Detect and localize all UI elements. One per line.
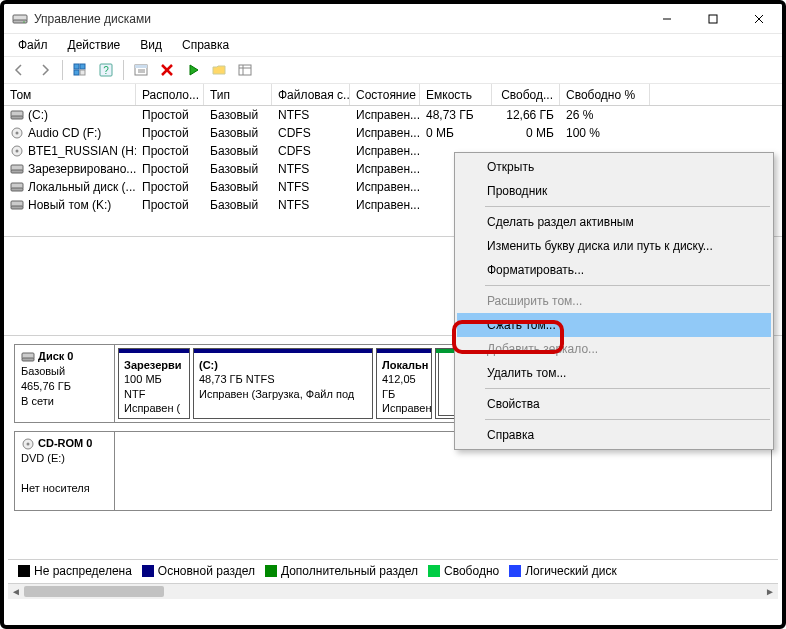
svg-rect-8 — [80, 64, 85, 69]
drive-icon — [10, 181, 24, 193]
svg-rect-1 — [13, 20, 27, 23]
table-row[interactable]: Audio CD (F:)ПростойБазовыйCDFSИсправен.… — [4, 124, 782, 142]
delete-button[interactable] — [156, 59, 178, 81]
col-capacity[interactable]: Емкость — [420, 84, 492, 105]
cell-free: 12,66 ГБ — [492, 108, 560, 122]
table-row[interactable]: (C:)ПростойБазовыйNTFSИсправен...48,73 Г… — [4, 106, 782, 124]
svg-rect-34 — [11, 206, 23, 209]
volume-name: Локальный диск (... — [28, 180, 136, 194]
settings-button[interactable] — [130, 59, 152, 81]
svg-point-38 — [27, 443, 30, 446]
cell-layout: Простой — [136, 162, 204, 176]
part-name: Локальн — [382, 359, 428, 371]
svg-rect-4 — [709, 15, 717, 23]
part-size: 48,73 ГБ NTFS — [199, 373, 275, 385]
cell-state: Исправен... — [350, 162, 420, 176]
window-title: Управление дисками — [34, 12, 644, 26]
cell-type: Базовый — [204, 180, 272, 194]
titlebar: Управление дисками — [4, 4, 782, 34]
cell-fs: CDFS — [272, 126, 350, 140]
minimize-button[interactable] — [644, 4, 690, 33]
ctx-open[interactable]: Открыть — [457, 155, 771, 179]
play-button[interactable] — [182, 59, 204, 81]
svg-rect-7 — [74, 64, 79, 69]
scroll-thumb[interactable] — [24, 586, 164, 597]
cd-icon — [10, 145, 24, 157]
col-state[interactable]: Состояние — [350, 84, 420, 105]
svg-rect-30 — [11, 170, 23, 173]
ctx-props[interactable]: Свойства — [457, 392, 771, 416]
svg-point-26 — [16, 132, 19, 135]
col-free[interactable]: Свобод... — [492, 84, 560, 105]
svg-rect-24 — [11, 116, 23, 119]
disk0-header[interactable]: Диск 0 Базовый 465,76 ГБ В сети — [15, 345, 115, 422]
cdrom-header[interactable]: CD-ROM 0 DVD (E:) Нет носителя — [15, 432, 115, 510]
disk0-size: 465,76 ГБ — [21, 380, 71, 392]
scroll-right-icon[interactable]: ► — [762, 584, 778, 600]
menu-help[interactable]: Справка — [174, 36, 237, 54]
help-button[interactable]: ? — [95, 59, 117, 81]
col-layout[interactable]: Располо... — [136, 84, 204, 105]
cell-fs: NTFS — [272, 108, 350, 122]
refresh-button[interactable] — [69, 59, 91, 81]
list-button[interactable] — [234, 59, 256, 81]
part-status: Исправен ( — [124, 402, 180, 414]
svg-rect-10 — [80, 70, 85, 75]
folder-button[interactable] — [208, 59, 230, 81]
back-button[interactable] — [8, 59, 30, 81]
cell-state: Исправен... — [350, 108, 420, 122]
drive-icon — [10, 109, 24, 121]
legend: Не распределена Основной раздел Дополнит… — [8, 559, 778, 581]
partition[interactable]: (C:)48,73 ГБ NTFSИсправен (Загрузка, Фай… — [193, 348, 373, 419]
menu-file[interactable]: Файл — [10, 36, 56, 54]
part-status: Исправен (Загрузка, Файл под — [199, 388, 354, 400]
legend-extended: Дополнительный раздел — [281, 564, 418, 578]
cell-layout: Простой — [136, 108, 204, 122]
volume-table-header: Том Располо... Тип Файловая с... Состоян… — [4, 84, 782, 106]
cell-state: Исправен... — [350, 126, 420, 140]
cell-free: 0 МБ — [492, 126, 560, 140]
cdrom-type: DVD (E:) — [21, 452, 65, 464]
ctx-help[interactable]: Справка — [457, 423, 771, 447]
cell-layout: Простой — [136, 180, 204, 194]
part-name: Зарезерви — [124, 359, 182, 371]
menu-view[interactable]: Вид — [132, 36, 170, 54]
forward-button[interactable] — [34, 59, 56, 81]
col-type[interactable]: Тип — [204, 84, 272, 105]
legend-primary: Основной раздел — [158, 564, 255, 578]
svg-rect-9 — [74, 70, 79, 75]
ctx-shrink[interactable]: Сжать том... — [457, 313, 771, 337]
toolbar: ? — [4, 56, 782, 84]
drive-icon — [10, 163, 24, 175]
partition[interactable]: Зарезерви100 МБ NTFИсправен ( — [118, 348, 190, 419]
cell-pct: 100 % — [560, 126, 650, 140]
menu-action[interactable]: Действие — [60, 36, 129, 54]
ctx-explore[interactable]: Проводник — [457, 179, 771, 203]
legend-unalloc: Не распределена — [34, 564, 132, 578]
ctx-active[interactable]: Сделать раздел активным — [457, 210, 771, 234]
col-fs[interactable]: Файловая с... — [272, 84, 350, 105]
col-volume[interactable]: Том — [4, 84, 136, 105]
ctx-mirror: Добавить зеркало... — [457, 337, 771, 361]
cd-icon — [10, 127, 24, 139]
ctx-format[interactable]: Форматировать... — [457, 258, 771, 282]
maximize-button[interactable] — [690, 4, 736, 33]
disk-icon — [21, 351, 35, 363]
svg-rect-36 — [22, 358, 34, 361]
cell-fs: NTFS — [272, 162, 350, 176]
col-pct[interactable]: Свободно % — [560, 84, 650, 105]
cell-cap: 48,73 ГБ — [420, 108, 492, 122]
cell-type: Базовый — [204, 144, 272, 158]
cell-layout: Простой — [136, 126, 204, 140]
scroll-left-icon[interactable]: ◄ — [8, 584, 24, 600]
ctx-letter[interactable]: Изменить букву диска или путь к диску... — [457, 234, 771, 258]
menubar: Файл Действие Вид Справка — [4, 34, 782, 56]
horizontal-scrollbar[interactable]: ◄ ► — [8, 583, 778, 599]
volume-name: Новый том (K:) — [28, 198, 111, 212]
part-size: 412,05 ГБ — [382, 373, 416, 399]
ctx-delete[interactable]: Удалить том... — [457, 361, 771, 385]
close-button[interactable] — [736, 4, 782, 33]
cdrom-status: Нет носителя — [21, 482, 90, 494]
partition[interactable]: Локальн412,05 ГБИсправен — [376, 348, 432, 419]
cdrom-title: CD-ROM 0 — [38, 437, 92, 449]
